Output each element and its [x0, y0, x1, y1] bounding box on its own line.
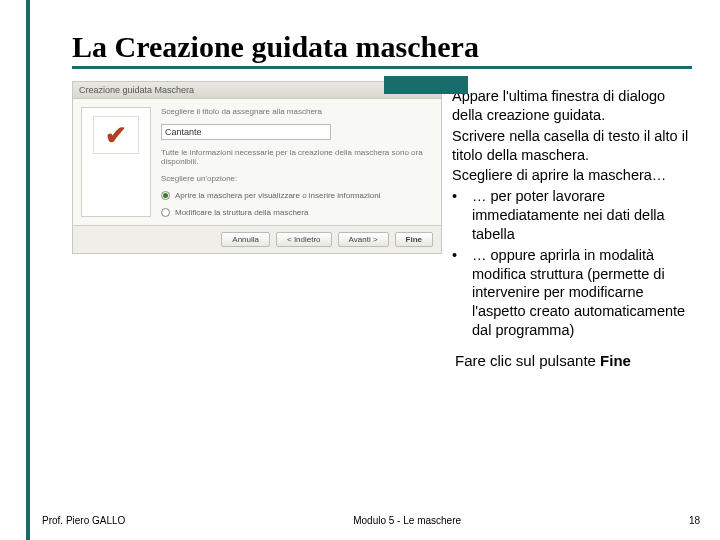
closing-bold: Fine	[600, 352, 631, 369]
cancel-button[interactable]: Annulla	[221, 232, 270, 247]
bullet-2-text: … oppure aprirla in modalità modifica st…	[472, 246, 694, 340]
mask-title-input[interactable]: Cantante	[161, 124, 331, 140]
left-margin-rule	[0, 0, 30, 540]
back-button[interactable]: < Indietro	[276, 232, 332, 247]
title-underline	[72, 66, 692, 69]
bullet-2: • … oppure aprirla in modalità modifica …	[452, 246, 694, 340]
footer-author: Prof. Piero GALLO	[42, 515, 125, 526]
radio-modify-form[interactable]: Modificare la struttura della maschera	[161, 208, 433, 217]
radio-icon	[161, 191, 170, 200]
explanation-text: Appare l'ultima finestra di dialogo dell…	[452, 81, 700, 342]
wizard-dialog: Creazione guidata Maschera ✔ Scegliere i…	[72, 81, 442, 254]
bullet-icon: •	[452, 246, 464, 340]
dialog-prompt: Scegliere il titolo da assegnare alla ma…	[161, 107, 433, 116]
finish-button[interactable]: Fine	[395, 232, 433, 247]
next-button[interactable]: Avanti >	[338, 232, 389, 247]
para-1: Appare l'ultima finestra di dialogo dell…	[452, 87, 694, 125]
bullet-icon: •	[452, 187, 464, 244]
closing-prefix: Fare clic sul pulsante	[455, 352, 600, 369]
check-icon: ✔	[93, 116, 139, 154]
footer-page: 18	[689, 515, 700, 526]
footer: Prof. Piero GALLO Modulo 5 - Le maschere…	[34, 515, 720, 526]
radio-open-label: Aprire la maschera per visualizzare o in…	[175, 191, 380, 200]
para-2: Scrivere nella casella di testo il alto …	[452, 127, 694, 165]
dialog-desc1: Tutte le informazioni necessarie per la …	[161, 148, 433, 166]
para-3: Scegliere di aprire la maschera…	[452, 166, 694, 185]
closing-line: Fare clic sul pulsante Fine	[455, 352, 700, 369]
slide-title: La Creazione guidata maschera	[72, 30, 700, 64]
footer-center: Modulo 5 - Le maschere	[125, 515, 689, 526]
bullet-1-text: … per poter lavorare immediatamente nei …	[472, 187, 694, 244]
dialog-desc2: Scegliere un'opzione:	[161, 174, 433, 183]
radio-open-form[interactable]: Aprire la maschera per visualizzare o in…	[161, 191, 433, 200]
accent-block	[384, 76, 468, 94]
radio-icon	[161, 208, 170, 217]
dialog-icon-panel: ✔	[81, 107, 151, 217]
radio-modify-label: Modificare la struttura della maschera	[175, 208, 308, 217]
bullet-1: • … per poter lavorare immediatamente ne…	[452, 187, 694, 244]
